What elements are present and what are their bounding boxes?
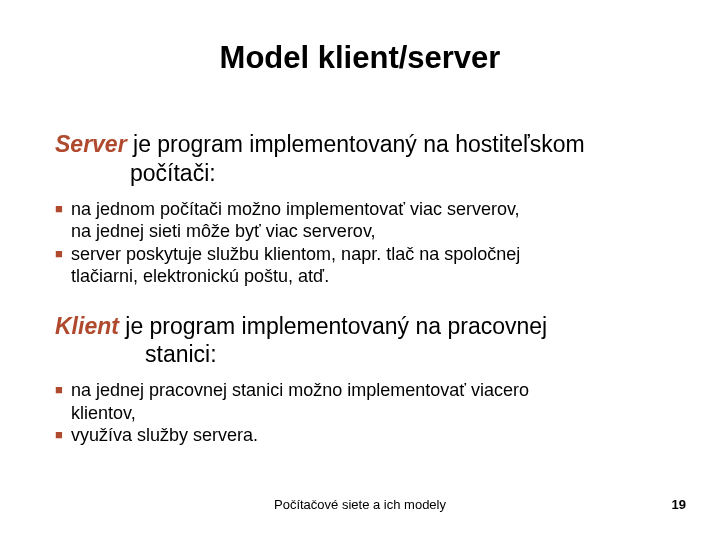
bullet-text: využíva služby servera. (71, 424, 690, 447)
server-lead-cont: počítači: (55, 159, 690, 188)
bullet-text-cont: na jednej sieti môže byť viac serverov, (55, 220, 690, 243)
server-lead-text: je program implementovaný na hostiteľsko… (127, 131, 585, 157)
klient-bullets: ■ na jednej pracovnej stanici možno impl… (55, 379, 690, 447)
footer-text: Počítačové siete a ich modely (0, 497, 720, 512)
bullet-text: na jednom počítači možno implementovať v… (71, 198, 690, 221)
page-number: 19 (672, 497, 686, 512)
list-item: ■ využíva služby servera. (55, 424, 690, 447)
slide-title: Model klient/server (0, 40, 720, 76)
klient-term: Klient (55, 313, 119, 339)
slide: Model klient/server Server je program im… (0, 0, 720, 540)
slide-content: Server je program implementovaný na host… (55, 130, 690, 471)
list-item: ■ na jednom počítači možno implementovať… (55, 198, 690, 221)
bullet-icon: ■ (55, 379, 71, 401)
klient-lead-cont: stanici: (55, 340, 690, 369)
bullet-icon: ■ (55, 424, 71, 446)
list-item: ■ server poskytuje službu klientom, napr… (55, 243, 690, 266)
klient-heading: Klient je program implementovaný na prac… (55, 312, 690, 370)
klient-lead-text: je program implementovaný na pracovnej (119, 313, 547, 339)
bullet-icon: ■ (55, 198, 71, 220)
server-term: Server (55, 131, 127, 157)
bullet-icon: ■ (55, 243, 71, 265)
bullet-text: na jednej pracovnej stanici možno implem… (71, 379, 690, 402)
list-item: ■ na jednej pracovnej stanici možno impl… (55, 379, 690, 402)
bullet-text-cont: tlačiarni, elektronickú poštu, atď. (55, 265, 690, 288)
server-bullets: ■ na jednom počítači možno implementovať… (55, 198, 690, 288)
server-heading: Server je program implementovaný na host… (55, 130, 690, 188)
bullet-text-cont: klientov, (55, 402, 690, 425)
bullet-text: server poskytuje službu klientom, napr. … (71, 243, 690, 266)
